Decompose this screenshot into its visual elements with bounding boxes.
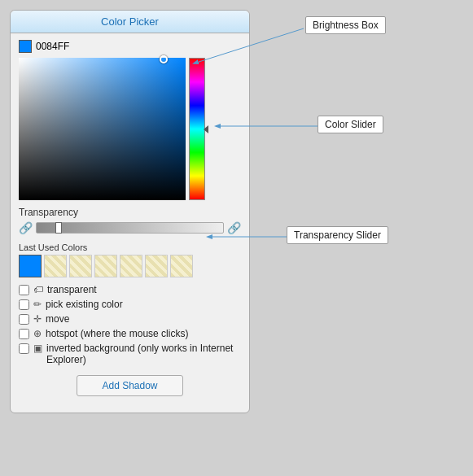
- color-picker-panel: Color Picker 0084FF Transparency: [10, 10, 250, 413]
- swatch-2[interactable]: [69, 255, 92, 277]
- checkbox-list: 🏷 transparent ✏ pick existing color ✛ mo…: [19, 284, 241, 365]
- transparency-left-icon: 🔗: [19, 221, 33, 234]
- saturation-cursor: [160, 55, 168, 63]
- cb-transparent[interactable]: [19, 285, 29, 295]
- last-used-section: Last Used Colors: [19, 242, 241, 277]
- cb-inverted[interactable]: [19, 343, 29, 354]
- list-item-transparent: 🏷 transparent: [19, 284, 241, 295]
- transparency-slider-annotation: Transparency Slider: [287, 226, 388, 244]
- swatch-5[interactable]: [145, 255, 168, 277]
- brightness-box[interactable]: [19, 58, 186, 200]
- transparency-right-icon: 🔗: [227, 221, 241, 234]
- list-item-move: ✛ move: [19, 313, 241, 325]
- cb-pick-label: pick existing color: [46, 299, 123, 310]
- add-shadow-button[interactable]: Add Shadow: [77, 375, 182, 396]
- hotspot-icon: ⊕: [33, 328, 42, 339]
- transparency-thumb: [55, 222, 62, 234]
- cb-pick[interactable]: [19, 299, 29, 310]
- last-used-row: [19, 255, 241, 277]
- hex-value: 0084FF: [36, 41, 69, 52]
- swatch-3[interactable]: [94, 255, 117, 277]
- hue-cursor: [204, 125, 208, 133]
- cb-move-label: move: [46, 313, 69, 325]
- cb-hotspot-label: hotspot (where the mouse clicks): [46, 328, 188, 339]
- transparent-icon: 🏷: [33, 284, 43, 295]
- transparency-slider[interactable]: [36, 222, 224, 234]
- color-slider[interactable]: [189, 58, 205, 200]
- gradient-area: [19, 58, 241, 200]
- list-item-hotspot: ⊕ hotspot (where the mouse clicks): [19, 328, 241, 339]
- cb-move[interactable]: [19, 314, 29, 325]
- brightness-box-annotation: Brightness Box: [305, 16, 386, 34]
- panel-body: 0084FF Transparency 🔗: [11, 33, 249, 403]
- cb-transparent-label: transparent: [47, 284, 97, 295]
- current-color-swatch[interactable]: [19, 255, 42, 277]
- inverted-icon: ▣: [33, 343, 42, 354]
- transparency-label: Transparency: [19, 207, 241, 218]
- color-slider-annotation: Color Slider: [318, 116, 383, 133]
- outer-wrap: Color Picker 0084FF Transparency: [0, 0, 473, 476]
- swatch-4[interactable]: [120, 255, 142, 277]
- hex-color-swatch: [19, 40, 32, 53]
- list-item-pick: ✏ pick existing color: [19, 299, 241, 310]
- list-item-inverted: ▣ inverted background (only works in Int…: [19, 343, 241, 365]
- cb-inverted-label: inverted background (only works in Inter…: [46, 343, 241, 365]
- swatch-6[interactable]: [170, 255, 193, 277]
- pick-icon: ✏: [33, 299, 42, 310]
- cb-hotspot[interactable]: [19, 329, 29, 339]
- hex-row: 0084FF: [19, 40, 241, 53]
- swatch-1[interactable]: [44, 255, 67, 277]
- panel-title: Color Picker: [11, 11, 249, 33]
- last-used-label: Last Used Colors: [19, 242, 241, 252]
- move-icon: ✛: [33, 313, 42, 325]
- hue-slider-container: [189, 58, 205, 200]
- transparency-row: 🔗 🔗: [19, 221, 241, 234]
